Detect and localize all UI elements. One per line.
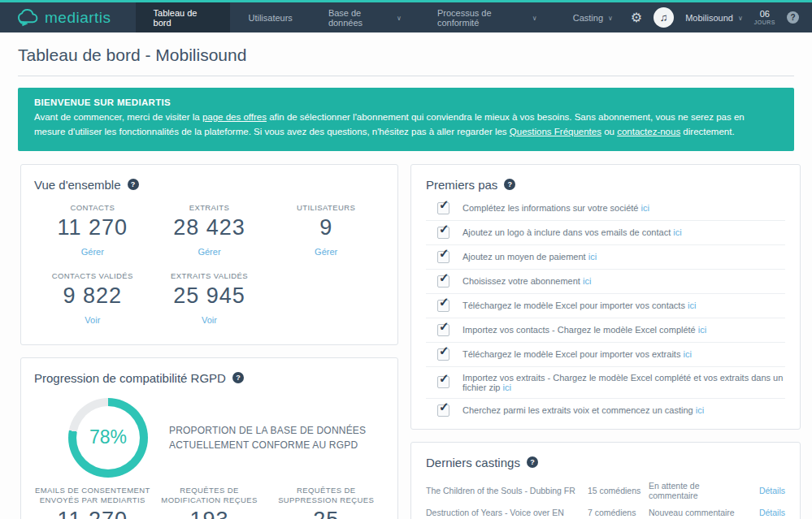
welcome-banner: BIENVENUE SUR MEDIARTIS Avant de commenc… — [18, 88, 794, 151]
checklist-ici-link[interactable]: ici — [673, 227, 681, 237]
stat-label: EXTRAITS — [151, 203, 268, 214]
stat-label: EXTRAITS VALIDÉS — [151, 271, 268, 282]
nav-items: Tableau de bord Utilisateurs Base de don… — [136, 2, 631, 32]
nav-item[interactable]: Casting ∨ — [555, 2, 631, 32]
checklist-text: Téléchargez le modèle Excel pour importe… — [462, 349, 692, 359]
help-badge-icon[interactable]: ? — [787, 11, 799, 24]
app-logo[interactable]: mediartis — [0, 2, 136, 32]
checklist-item: ✓ Choisissez votre abonnement ici — [426, 270, 785, 294]
casting-actor-count: 7 comédiens — [588, 508, 649, 517]
contact-link[interactable]: contactez-nous — [617, 127, 680, 136]
chevron-down-icon: ∨ — [738, 15, 743, 22]
checklist-text: Importez vos contacts - Chargez le modèl… — [462, 325, 706, 335]
checkbox-checked-icon[interactable]: ✓ — [437, 348, 449, 361]
chevron-down-icon: ∨ — [608, 15, 613, 22]
checklist-item: ✓ Téléchargez le modèle Excel pour impor… — [426, 294, 785, 318]
right-column: Premiers pas ? ✓ Complétez les informati… — [410, 164, 801, 519]
stat-block: REQUÊTES DE MODIFICATION REÇUES 193 Gére… — [151, 486, 268, 519]
stat-label: EMAILS DE CONSENTEMENT ENVOYÉS PAR MEDIA… — [34, 486, 151, 507]
stat-label: CONTACTS — [34, 203, 151, 214]
left-column: Vue d'ensemble ? CONTACTS 11 270 Gérer E… — [20, 164, 398, 519]
checklist-item: ✓ Importez vos extraits - Chargez le mod… — [426, 367, 785, 399]
casting-details-link[interactable]: Détails — [759, 508, 785, 517]
stat-link[interactable]: Voir — [85, 315, 100, 325]
offers-page-link[interactable]: page des offres — [202, 112, 267, 122]
casting-name: Destruction of Years - Voice over EN — [426, 508, 588, 517]
rgpd-stats: EMAILS DE CONSENTEMENT ENVOYÉS PAR MEDIA… — [34, 486, 384, 519]
castings-list: The Children of the Souls - Dubbing FR 1… — [426, 478, 785, 519]
stat-value: 193 — [151, 508, 268, 519]
account-label: Mobilisound — [685, 13, 733, 23]
checklist-text: Ajoutez un logo à inclure dans vos email… — [462, 227, 682, 237]
castings-help-icon[interactable]: ? — [527, 456, 538, 468]
checkbox-checked-icon[interactable]: ✓ — [437, 251, 449, 263]
banner-heading: BIENVENUE SUR MEDIARTIS — [34, 97, 778, 107]
banner-text-4: directement. — [680, 127, 734, 136]
checklist-ici-link[interactable]: ici — [683, 349, 691, 359]
nav-item[interactable]: Base de données ∨ — [310, 2, 419, 32]
account-menu[interactable]: Mobilisound ∨ — [685, 13, 743, 23]
checkbox-checked-icon[interactable]: ✓ — [437, 227, 449, 239]
nav-item[interactable]: Processus de conformité ∨ — [419, 2, 555, 32]
faq-link[interactable]: Questions Fréquentes — [510, 127, 601, 136]
checklist-ici-link[interactable]: ici — [503, 383, 511, 392]
account-avatar[interactable]: ♫ — [654, 7, 674, 28]
casting-row: Destruction of Years - Voice over EN 7 c… — [426, 504, 785, 519]
stat-link[interactable]: Gérer — [198, 247, 220, 257]
checkbox-checked-icon[interactable]: ✓ — [437, 376, 449, 388]
rgpd-description: PROPORTION DE LA BASE DE DONNÉES ACTUELL… — [169, 423, 372, 452]
checkbox-checked-icon[interactable]: ✓ — [437, 300, 449, 312]
casting-status: Nouveau commentaire — [649, 508, 749, 517]
overview-title: Vue d'ensemble — [34, 178, 121, 192]
nav-item-label: Tableau de bord — [154, 8, 213, 28]
banner-text-3: ou — [601, 127, 617, 136]
first-steps-card: Premiers pas ? ✓ Complétez les informati… — [410, 164, 801, 430]
first-steps-help-icon[interactable]: ? — [504, 179, 515, 190]
checklist-text: Cherchez parmi les extraits voix et comm… — [462, 405, 704, 415]
nav-right: ⚙ ♫ Mobilisound ∨ 06 JOURS ? — [631, 2, 812, 32]
rgpd-main: 78% PROPORTION DE LA BASE DE DONNÉES ACT… — [68, 398, 384, 478]
checklist-item: ✓ Complétez les informations sur votre s… — [426, 197, 785, 221]
settings-gear-icon[interactable]: ⚙ — [631, 10, 642, 25]
checkbox-checked-icon[interactable]: ✓ — [437, 275, 449, 288]
stat-block: EMAILS DE CONSENTEMENT ENVOYÉS PAR MEDIA… — [34, 486, 151, 519]
stat-label: REQUÊTES DE MODIFICATION REÇUES — [151, 486, 268, 507]
first-steps-title: Premiers pas — [426, 178, 497, 192]
nav-item-label: Base de données — [328, 8, 392, 28]
checklist-ici-link[interactable]: ici — [640, 203, 649, 213]
casting-details-link[interactable]: Détails — [759, 486, 785, 495]
nav-item[interactable]: Utilisateurs — [230, 2, 310, 32]
checklist-ici-link[interactable]: ici — [688, 301, 696, 310]
checklist-item: ✓ Téléchargez le modèle Excel pour impor… — [426, 343, 785, 367]
stat-block: EXTRAITS VALIDÉS 25 945 Voir — [151, 271, 268, 327]
stat-link[interactable]: Voir — [202, 315, 217, 325]
page-title: Tableau de bord - Mobilisound — [18, 45, 794, 76]
stat-block: REQUÊTES DE SUPPRESSION REÇUES 25 Gérer — [267, 486, 384, 519]
checklist-text: Choisissez votre abonnement ici — [462, 276, 591, 286]
stat-link[interactable]: Gérer — [315, 247, 337, 257]
checklist-ici-link[interactable]: ici — [696, 405, 704, 415]
overview-help-icon[interactable]: ? — [128, 179, 139, 190]
chevron-down-icon: ∨ — [532, 15, 537, 22]
nav-item-label: Processus de conformité — [437, 8, 528, 28]
page-header: Tableau de bord - Mobilisound — [0, 32, 812, 76]
stat-link[interactable]: Gérer — [81, 247, 104, 257]
overview-card: Vue d'ensemble ? CONTACTS 11 270 Gérer E… — [20, 164, 398, 345]
checkbox-checked-icon[interactable]: ✓ — [437, 202, 449, 214]
checklist-ici-link[interactable]: ici — [698, 325, 706, 335]
rgpd-help-icon[interactable]: ? — [232, 372, 244, 383]
checkbox-checked-icon[interactable]: ✓ — [437, 324, 449, 336]
nav-item[interactable]: Tableau de bord — [136, 2, 231, 32]
stat-block: CONTACTS VALIDÉS 9 822 Voir — [34, 271, 151, 327]
checklist-item: ✓ Importez vos contacts - Chargez le mod… — [426, 318, 785, 343]
stat-label: REQUÊTES DE SUPPRESSION REÇUES — [267, 486, 384, 507]
castings-card: Derniers castings ? The Children of the … — [410, 442, 801, 519]
checklist-ici-link[interactable]: ici — [588, 252, 597, 262]
checkbox-checked-icon[interactable]: ✓ — [437, 404, 449, 417]
checklist-ici-link[interactable]: ici — [583, 276, 591, 286]
stat-block: UTILISATEURS 9 Gérer — [267, 203, 384, 258]
nav-item-label: Utilisateurs — [248, 13, 292, 23]
checklist-text: Complétez les informations sur votre soc… — [462, 203, 649, 213]
nav-item-label: Casting — [573, 13, 603, 23]
rgpd-percent: 78% — [89, 426, 127, 448]
